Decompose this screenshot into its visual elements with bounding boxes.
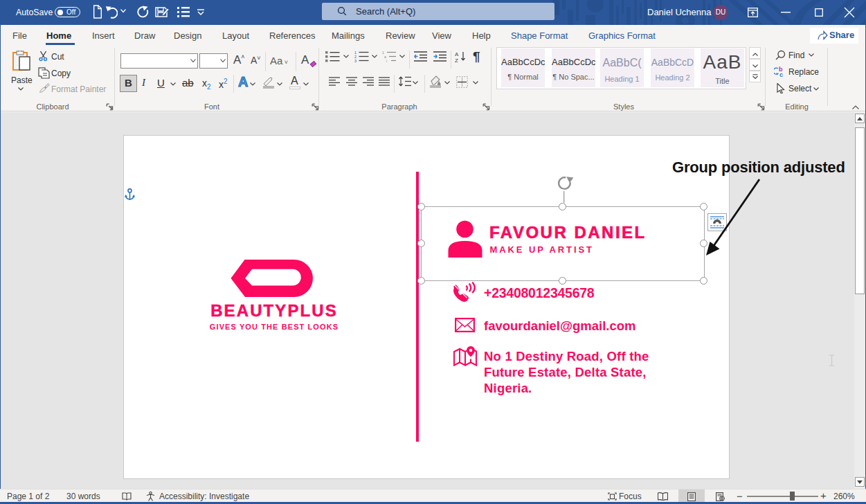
svg-text:3: 3 xyxy=(354,59,357,62)
svg-text:i: i xyxy=(386,59,387,62)
svg-text:Z: Z xyxy=(455,57,458,63)
svg-text:A: A xyxy=(455,51,459,57)
svg-text:c: c xyxy=(779,71,783,78)
